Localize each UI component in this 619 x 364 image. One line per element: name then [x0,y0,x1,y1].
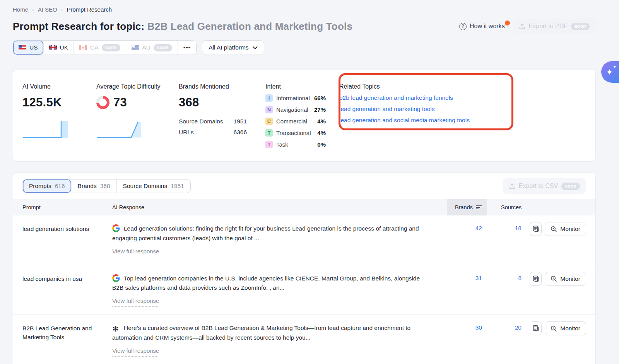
openai-icon: ✻ [112,325,120,333]
google-icon [112,224,120,232]
region-tabs: US UK CA soon AU soon ••• [13,40,197,55]
column-header-sources[interactable]: Sources [487,199,530,215]
difficulty-section: Average Topic Difficulty 73 [87,81,170,148]
copy-response-button[interactable] [530,321,542,335]
response-text: Lead generation solutions: finding the r… [112,225,419,241]
tab-label: Brands [78,183,97,190]
prompt-cell: lead companies in usa [13,265,112,315]
tab-count: 1951 [171,183,184,190]
table-row: lead generation solutions Lead generatio… [13,215,595,265]
region-more-button[interactable]: ••• [178,41,196,55]
export-csv-button[interactable]: Export to CSV soon [503,178,586,194]
question-circle-icon: ? [459,23,467,30]
monitor-label: Monitor [560,275,580,282]
region-label: UK [60,44,68,51]
intent-list: I Informational 66% N Navigational 27% C… [265,94,326,148]
chevron-down-icon [253,46,258,50]
sources-count-link[interactable]: 18 [515,225,522,231]
related-topic-link[interactable]: lead generation and marketing tools [339,106,434,113]
ai-volume-value: 125.5K [22,96,87,109]
view-full-response-link[interactable]: View full response [112,247,159,257]
difficulty-donut [96,96,109,109]
copy-response-button[interactable] [530,272,542,286]
view-full-response-link[interactable]: View full response [112,346,159,357]
intent-percent: 66% [310,95,326,101]
intent-badge: T [265,129,273,137]
intent-percent: 27% [310,106,326,113]
difficulty-label: Average Topic Difficulty [96,83,170,90]
google-icon [112,274,120,282]
intent-row: I Informational 66% [265,94,326,102]
monitor-icon [551,226,557,232]
brands-count-cell: 42 [447,215,487,265]
table-tab-brands[interactable]: Brands 368 [72,179,117,193]
brands-mentioned-label: Brands Mentioned [179,83,256,90]
tab-label: Prompts [29,183,51,190]
ai-response-cell: Top lead generation companies in the U.S… [112,265,447,315]
table-tab-source-domains[interactable]: Source Domains 1951 [117,179,190,193]
related-topics-label: Related Topics [339,83,586,90]
related-topic-link[interactable]: lead generation and social media marketi… [339,117,470,124]
brands-count-link[interactable]: 42 [475,225,482,231]
row-actions: Monitor [530,315,595,364]
breadcrumb-separator-icon: › [61,7,63,13]
intent-name: Task [276,141,310,148]
sources-count-link[interactable]: 20 [515,324,522,331]
intent-badge: C [265,118,273,125]
export-csv-label: Export to CSV [519,183,558,190]
related-topics-list: b2b lead generation and marketing funnel… [339,94,586,124]
intent-section: Intent I Informational 66% N Navigationa… [256,81,326,148]
flag-ca-icon [79,45,87,50]
brands-count-link[interactable]: 30 [475,324,482,331]
region-tab-au[interactable]: AU soon [126,41,178,55]
sources-count-link[interactable]: 8 [518,275,522,281]
page-title-prefix: Prompt Research for topic: [13,21,147,32]
ai-volume-section: AI Volume 125.5K [22,81,87,148]
brands-mentioned-value: 368 [179,96,256,109]
monitor-button[interactable]: Monitor [545,272,586,286]
response-text: Here’s a curated overview of B2B Lead Ge… [112,325,410,341]
table-tabs: Prompts 616 Brands 368 Source Domains 19… [22,179,191,193]
top-bar: Home › AI SEO › Prompt Research Prompt R… [0,0,619,63]
region-tab-us[interactable]: US [13,41,44,55]
brands-count-cell: 31 [447,265,487,315]
export-pdf-button[interactable]: Export to PDF soon [513,19,596,34]
how-it-works-label: How it works [470,23,505,30]
region-tab-uk[interactable]: UK [44,41,74,55]
region-label: US [29,44,38,51]
breadcrumb-ai-seo[interactable]: AI SEO [38,6,57,13]
sort-descending-icon [476,205,482,210]
view-full-response-link[interactable]: View full response [112,296,159,307]
brands-count-cell: 30 [447,315,487,364]
monitor-button[interactable]: Monitor [545,222,586,236]
breadcrumb-separator-icon: › [32,7,34,13]
notification-dot [505,21,510,26]
intent-label: Intent [265,83,326,90]
upload-icon [509,183,515,190]
table-header: Prompt AI Response Brands Sources [13,199,595,215]
monitor-icon [551,275,557,282]
related-topics-section: Related Topics b2b lead generation and m… [326,81,586,148]
ai-platform-select[interactable]: All AI platforms [202,40,264,55]
tab-count: 368 [100,183,110,190]
sources-count-cell: 8 [487,265,530,315]
related-topic-link[interactable]: b2b lead generation and marketing funnel… [339,94,453,101]
region-tab-ca[interactable]: CA soon [74,41,126,55]
page-title: Prompt Research for topic: B2B Lead Gene… [13,21,352,32]
flag-au-icon [132,45,139,50]
copy-response-button[interactable] [530,222,542,236]
monitor-button[interactable]: Monitor [545,321,586,335]
brands-count-link[interactable]: 31 [475,275,482,281]
tab-count: 616 [55,183,65,190]
table-tab-prompts[interactable]: Prompts 616 [23,179,72,193]
response-text: Top lead generation companies in the U.S… [112,275,420,291]
how-it-works-link[interactable]: ? How it works [459,23,505,30]
intent-name: Informational [276,95,310,101]
prompts-table-card: Prompts 616 Brands 368 Source Domains 19… [13,173,596,364]
breadcrumb-home[interactable]: Home [13,6,28,13]
column-header-brands[interactable]: Brands [447,199,487,215]
breadcrumb: Home › AI SEO › Prompt Research [13,6,596,13]
soon-badge: soon [154,44,172,51]
source-domains-label: Source Domains [179,118,223,125]
breadcrumb-current: Prompt Research [67,6,112,13]
